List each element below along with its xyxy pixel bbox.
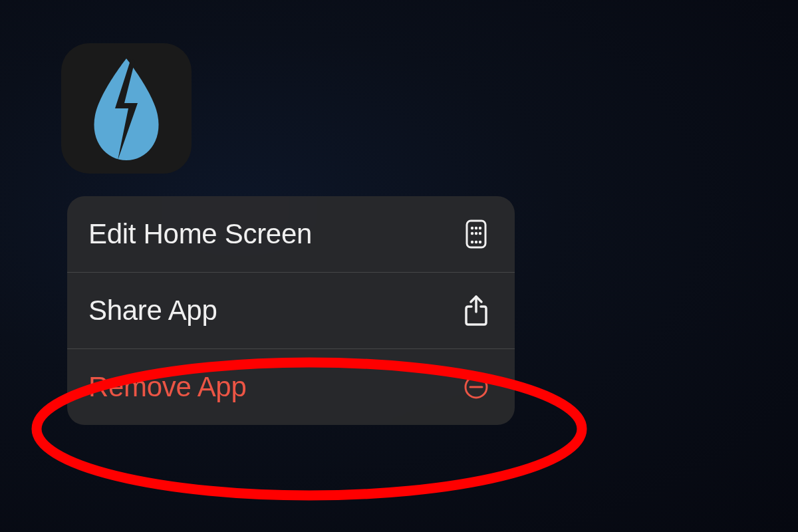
- context-menu: Edit Home Screen Share App: [67, 196, 515, 425]
- svg-point-7: [471, 241, 473, 243]
- weather-bolt-droplet-icon: [83, 55, 170, 162]
- svg-point-6: [479, 232, 481, 235]
- menu-item-label: Edit Home Screen: [88, 218, 312, 250]
- app-icon[interactable]: [61, 43, 192, 174]
- svg-point-1: [471, 227, 473, 229]
- menu-item-label: Share App: [88, 295, 217, 327]
- svg-point-5: [475, 232, 477, 235]
- minus-circle-icon: [462, 372, 491, 402]
- svg-point-4: [471, 232, 473, 235]
- svg-point-3: [479, 227, 481, 229]
- menu-item-label: Remove App: [88, 371, 246, 403]
- svg-point-8: [475, 241, 477, 243]
- menu-item-remove-app[interactable]: Remove App: [67, 349, 515, 425]
- svg-point-9: [479, 241, 481, 243]
- svg-point-2: [475, 227, 477, 229]
- menu-item-share-app[interactable]: Share App: [67, 273, 515, 349]
- grid-phone-icon: [462, 219, 491, 249]
- menu-item-edit-home-screen[interactable]: Edit Home Screen: [67, 196, 515, 273]
- share-icon: [462, 296, 491, 325]
